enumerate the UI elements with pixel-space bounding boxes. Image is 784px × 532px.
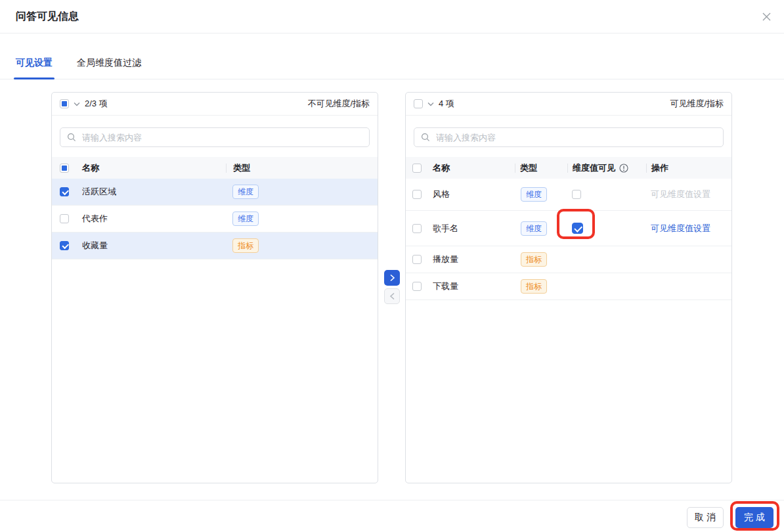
tab-visible-settings[interactable]: 可见设置 — [16, 57, 53, 79]
tab-global-dimension-filter[interactable]: 全局维度值过滤 — [77, 57, 141, 79]
type-tag: 指标 — [232, 238, 259, 253]
left-table-body: 活跃区域维度代表作维度收藏量指标 — [52, 179, 378, 259]
qa-visible-info-dialog: 问答可见信息 可见设置 全局维度值过滤 2/3 项 不可见维度/指标 — [0, 0, 784, 532]
move-right-button[interactable] — [384, 270, 400, 286]
row-name: 歌手名 — [433, 223, 458, 234]
table-row[interactable]: 下载量指标 — [406, 273, 731, 300]
chevron-down-icon[interactable] — [74, 102, 80, 106]
column-action: 操作 — [647, 162, 668, 174]
close-button[interactable] — [760, 10, 773, 23]
table-row[interactable]: 歌手名维度可见维度值设置 — [406, 211, 731, 246]
tab-bar: 可见设置 全局维度值过滤 — [0, 33, 784, 79]
info-icon[interactable] — [619, 164, 628, 173]
visible-panel-header: 4 项 可见维度/指标 — [406, 93, 731, 116]
row-name: 播放量 — [433, 254, 458, 265]
type-tag: 维度 — [232, 185, 259, 199]
type-tag: 指标 — [521, 252, 547, 267]
select-all-checkbox[interactable] — [414, 99, 423, 108]
search-input[interactable] — [81, 132, 362, 143]
row-name: 风格 — [433, 188, 450, 200]
visible-dim-value-settings-link[interactable]: 可见维度值设置 — [651, 223, 710, 234]
column-name: 名称 — [82, 162, 226, 174]
row-name: 活跃区域 — [82, 186, 116, 198]
row-checkbox[interactable] — [412, 282, 422, 291]
row-checkbox[interactable] — [412, 190, 422, 199]
cancel-button[interactable]: 取 消 — [687, 507, 724, 528]
search-box[interactable] — [60, 127, 370, 147]
type-tag: 维度 — [232, 211, 259, 226]
visible-dim-value-settings-disabled: 可见维度值设置 — [651, 188, 710, 200]
visible-panel: 4 项 可见维度/指标 名称 类型 维度值可见 操作 风格维度可见维度值设置歌手… — [405, 92, 732, 483]
chevron-down-icon[interactable] — [427, 102, 434, 106]
row-checkbox[interactable] — [572, 190, 581, 199]
footer-divider — [0, 500, 784, 500]
move-left-button[interactable] — [384, 288, 400, 304]
header-checkbox[interactable] — [60, 164, 69, 173]
header-checkbox[interactable] — [412, 164, 422, 173]
column-type: 类型 — [227, 162, 250, 174]
selected-count: 2/3 项 — [85, 98, 108, 110]
right-table-body: 风格维度可见维度值设置歌手名维度可见维度值设置播放量指标下载量指标 — [406, 179, 731, 300]
invisible-panel-header: 2/3 项 不可见维度/指标 — [52, 93, 378, 116]
search-input[interactable] — [435, 132, 716, 143]
table-row[interactable]: 收藏量指标 — [52, 233, 378, 259]
type-tag: 维度 — [521, 221, 547, 236]
row-checkbox-checked[interactable] — [60, 187, 69, 196]
row-checkbox-checked[interactable] — [60, 241, 69, 250]
column-type: 类型 — [515, 162, 537, 174]
table-row[interactable]: 代表作维度 — [52, 206, 378, 233]
table-header: 名称 类型 维度值可见 操作 — [406, 157, 731, 179]
invisible-panel: 2/3 项 不可见维度/指标 名称 类型 活跃区域维度代表作维度收藏量指标 — [51, 92, 378, 483]
confirm-button[interactable]: 完 成 — [735, 507, 773, 528]
search-icon — [67, 133, 76, 142]
type-tag: 指标 — [521, 279, 547, 294]
dialog-header: 问答可见信息 — [0, 0, 784, 33]
search-icon — [421, 133, 430, 142]
dialog-title: 问答可见信息 — [16, 10, 79, 24]
row-name: 收藏量 — [82, 240, 108, 252]
type-tag: 维度 — [521, 187, 547, 202]
dim-value-checkbox-annotated[interactable] — [572, 223, 583, 234]
select-all-checkbox[interactable] — [60, 99, 69, 108]
table-row[interactable]: 活跃区域维度 — [52, 179, 378, 206]
chevron-right-icon — [389, 274, 395, 282]
row-name: 下载量 — [433, 280, 458, 292]
item-count: 4 项 — [439, 98, 454, 110]
panel-title: 可见维度/指标 — [670, 98, 724, 110]
table-header: 名称 类型 — [52, 157, 378, 179]
row-name: 代表作 — [82, 213, 108, 225]
panel-title: 不可见维度/指标 — [307, 98, 370, 110]
column-dim-visible: 维度值可见 — [573, 162, 615, 174]
row-checkbox[interactable] — [412, 255, 422, 264]
table-row[interactable]: 风格维度可见维度值设置 — [406, 179, 731, 211]
chevron-left-icon — [389, 292, 395, 300]
table-row[interactable]: 播放量指标 — [406, 246, 731, 273]
search-box[interactable] — [414, 127, 724, 147]
column-name: 名称 — [433, 162, 515, 174]
row-checkbox[interactable] — [60, 214, 69, 223]
close-icon — [762, 12, 772, 22]
row-checkbox[interactable] — [412, 224, 422, 233]
